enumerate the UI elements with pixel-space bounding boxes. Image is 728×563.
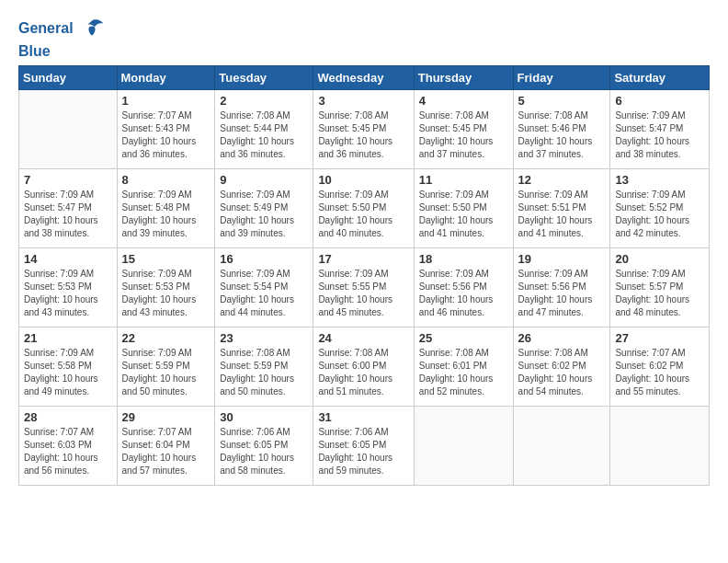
day-number: 19 bbox=[518, 252, 606, 266]
cell-info: Sunrise: 7:08 AMSunset: 6:00 PMDaylight:… bbox=[318, 347, 408, 398]
day-number: 11 bbox=[419, 173, 508, 187]
cal-cell: 13Sunrise: 7:09 AMSunset: 5:52 PMDayligh… bbox=[610, 169, 710, 248]
logo-blue: Blue bbox=[18, 42, 105, 60]
day-number: 27 bbox=[615, 331, 704, 345]
calendar-table: SundayMondayTuesdayWednesdayThursdayFrid… bbox=[18, 65, 710, 486]
week-row-4: 28Sunrise: 7:07 AMSunset: 6:03 PMDayligh… bbox=[19, 407, 710, 486]
cal-cell: 4Sunrise: 7:08 AMSunset: 5:45 PMDaylight… bbox=[414, 90, 513, 169]
day-header-monday: Monday bbox=[117, 66, 215, 90]
cal-cell: 2Sunrise: 7:08 AMSunset: 5:44 PMDaylight… bbox=[215, 90, 313, 169]
cell-info: Sunrise: 7:08 AMSunset: 5:44 PMDaylight:… bbox=[220, 109, 308, 161]
cell-info: Sunrise: 7:08 AMSunset: 5:59 PMDaylight:… bbox=[220, 347, 308, 398]
cell-info: Sunrise: 7:07 AMSunset: 6:04 PMDaylight:… bbox=[122, 426, 210, 477]
cell-info: Sunrise: 7:09 AMSunset: 5:52 PMDaylight:… bbox=[615, 189, 704, 240]
cal-cell bbox=[610, 407, 710, 486]
page: General Blue SundayMondayTuesdayWednesda… bbox=[0, 0, 728, 495]
cal-cell: 17Sunrise: 7:09 AMSunset: 5:55 PMDayligh… bbox=[313, 248, 414, 327]
day-number: 8 bbox=[122, 173, 210, 187]
cell-info: Sunrise: 7:08 AMSunset: 5:45 PMDaylight:… bbox=[318, 109, 408, 161]
cal-cell: 29Sunrise: 7:07 AMSunset: 6:04 PMDayligh… bbox=[117, 407, 215, 486]
cell-info: Sunrise: 7:09 AMSunset: 5:49 PMDaylight:… bbox=[220, 189, 308, 240]
cal-cell: 11Sunrise: 7:09 AMSunset: 5:50 PMDayligh… bbox=[414, 169, 513, 248]
cell-info: Sunrise: 7:07 AMSunset: 6:02 PMDaylight:… bbox=[615, 347, 704, 398]
cell-info: Sunrise: 7:09 AMSunset: 5:48 PMDaylight:… bbox=[122, 189, 210, 240]
day-number: 5 bbox=[518, 94, 606, 108]
cal-cell: 9Sunrise: 7:09 AMSunset: 5:49 PMDaylight… bbox=[215, 169, 313, 248]
day-number: 30 bbox=[220, 410, 308, 424]
cal-cell: 14Sunrise: 7:09 AMSunset: 5:53 PMDayligh… bbox=[19, 248, 118, 327]
cal-cell bbox=[414, 407, 513, 486]
cal-cell: 5Sunrise: 7:08 AMSunset: 5:46 PMDaylight… bbox=[513, 90, 610, 169]
day-number: 23 bbox=[220, 331, 308, 345]
day-header-row: SundayMondayTuesdayWednesdayThursdayFrid… bbox=[19, 66, 710, 90]
cal-cell: 8Sunrise: 7:09 AMSunset: 5:48 PMDaylight… bbox=[117, 169, 215, 248]
day-header-sunday: Sunday bbox=[19, 66, 118, 90]
cal-cell: 31Sunrise: 7:06 AMSunset: 6:05 PMDayligh… bbox=[313, 407, 414, 486]
cal-cell: 12Sunrise: 7:09 AMSunset: 5:51 PMDayligh… bbox=[513, 169, 610, 248]
day-number: 16 bbox=[220, 252, 308, 266]
cell-info: Sunrise: 7:09 AMSunset: 5:47 PMDaylight:… bbox=[615, 109, 704, 161]
header: General Blue bbox=[18, 17, 710, 60]
day-number: 18 bbox=[419, 252, 508, 266]
day-number: 3 bbox=[318, 94, 408, 108]
day-number: 7 bbox=[24, 173, 112, 187]
day-number: 1 bbox=[122, 94, 210, 108]
cal-cell: 16Sunrise: 7:09 AMSunset: 5:54 PMDayligh… bbox=[215, 248, 313, 327]
cal-cell: 30Sunrise: 7:06 AMSunset: 6:05 PMDayligh… bbox=[215, 407, 313, 486]
day-number: 22 bbox=[122, 331, 210, 345]
cell-info: Sunrise: 7:07 AMSunset: 5:43 PMDaylight:… bbox=[122, 109, 210, 161]
cell-info: Sunrise: 7:09 AMSunset: 5:53 PMDaylight:… bbox=[24, 268, 112, 319]
day-number: 10 bbox=[318, 173, 408, 187]
cell-info: Sunrise: 7:07 AMSunset: 6:03 PMDaylight:… bbox=[24, 426, 112, 477]
logo-general: General bbox=[18, 20, 74, 36]
cal-cell: 7Sunrise: 7:09 AMSunset: 5:47 PMDaylight… bbox=[19, 169, 118, 248]
cell-info: Sunrise: 7:09 AMSunset: 5:50 PMDaylight:… bbox=[419, 189, 508, 240]
day-number: 21 bbox=[24, 331, 112, 345]
day-number: 14 bbox=[24, 252, 112, 266]
cal-cell: 24Sunrise: 7:08 AMSunset: 6:00 PMDayligh… bbox=[313, 327, 414, 407]
cal-cell: 26Sunrise: 7:08 AMSunset: 6:02 PMDayligh… bbox=[513, 327, 610, 407]
logo-bird-icon bbox=[79, 17, 105, 42]
cell-info: Sunrise: 7:09 AMSunset: 5:56 PMDaylight:… bbox=[419, 268, 508, 319]
cell-info: Sunrise: 7:09 AMSunset: 5:55 PMDaylight:… bbox=[318, 268, 408, 319]
day-number: 12 bbox=[518, 173, 606, 187]
cell-info: Sunrise: 7:08 AMSunset: 5:45 PMDaylight:… bbox=[419, 109, 508, 161]
day-number: 13 bbox=[615, 173, 704, 187]
cell-info: Sunrise: 7:09 AMSunset: 5:59 PMDaylight:… bbox=[122, 347, 210, 398]
cell-info: Sunrise: 7:09 AMSunset: 5:53 PMDaylight:… bbox=[122, 268, 210, 319]
day-number: 25 bbox=[419, 331, 508, 345]
cal-cell: 3Sunrise: 7:08 AMSunset: 5:45 PMDaylight… bbox=[313, 90, 414, 169]
cell-info: Sunrise: 7:08 AMSunset: 6:01 PMDaylight:… bbox=[419, 347, 508, 398]
cell-info: Sunrise: 7:09 AMSunset: 5:57 PMDaylight:… bbox=[615, 268, 704, 319]
day-header-tuesday: Tuesday bbox=[215, 66, 313, 90]
day-number: 28 bbox=[24, 410, 112, 424]
cell-info: Sunrise: 7:09 AMSunset: 5:50 PMDaylight:… bbox=[318, 189, 408, 240]
day-number: 6 bbox=[615, 94, 704, 108]
day-header-saturday: Saturday bbox=[610, 66, 710, 90]
cal-cell: 28Sunrise: 7:07 AMSunset: 6:03 PMDayligh… bbox=[19, 407, 118, 486]
cell-info: Sunrise: 7:09 AMSunset: 5:56 PMDaylight:… bbox=[518, 268, 606, 319]
logo: General Blue bbox=[18, 17, 105, 60]
cell-info: Sunrise: 7:08 AMSunset: 5:46 PMDaylight:… bbox=[518, 109, 606, 161]
cell-info: Sunrise: 7:09 AMSunset: 5:54 PMDaylight:… bbox=[220, 268, 308, 319]
cal-cell: 25Sunrise: 7:08 AMSunset: 6:01 PMDayligh… bbox=[414, 327, 513, 407]
cal-cell: 1Sunrise: 7:07 AMSunset: 5:43 PMDaylight… bbox=[117, 90, 215, 169]
day-number: 4 bbox=[419, 94, 508, 108]
cal-cell bbox=[19, 90, 118, 169]
cal-cell: 18Sunrise: 7:09 AMSunset: 5:56 PMDayligh… bbox=[414, 248, 513, 327]
cell-info: Sunrise: 7:09 AMSunset: 5:47 PMDaylight:… bbox=[24, 189, 112, 240]
cal-cell: 15Sunrise: 7:09 AMSunset: 5:53 PMDayligh… bbox=[117, 248, 215, 327]
week-row-3: 21Sunrise: 7:09 AMSunset: 5:58 PMDayligh… bbox=[19, 327, 710, 407]
cell-info: Sunrise: 7:06 AMSunset: 6:05 PMDaylight:… bbox=[220, 426, 308, 477]
cell-info: Sunrise: 7:06 AMSunset: 6:05 PMDaylight:… bbox=[318, 426, 408, 477]
calendar-body: 1Sunrise: 7:07 AMSunset: 5:43 PMDaylight… bbox=[19, 90, 710, 486]
day-number: 24 bbox=[318, 331, 408, 345]
cell-info: Sunrise: 7:08 AMSunset: 6:02 PMDaylight:… bbox=[518, 347, 606, 398]
day-header-thursday: Thursday bbox=[414, 66, 513, 90]
cal-cell: 22Sunrise: 7:09 AMSunset: 5:59 PMDayligh… bbox=[117, 327, 215, 407]
day-number: 29 bbox=[122, 410, 210, 424]
cal-cell: 20Sunrise: 7:09 AMSunset: 5:57 PMDayligh… bbox=[610, 248, 710, 327]
week-row-0: 1Sunrise: 7:07 AMSunset: 5:43 PMDaylight… bbox=[19, 90, 710, 169]
cal-cell bbox=[513, 407, 610, 486]
cal-cell: 19Sunrise: 7:09 AMSunset: 5:56 PMDayligh… bbox=[513, 248, 610, 327]
